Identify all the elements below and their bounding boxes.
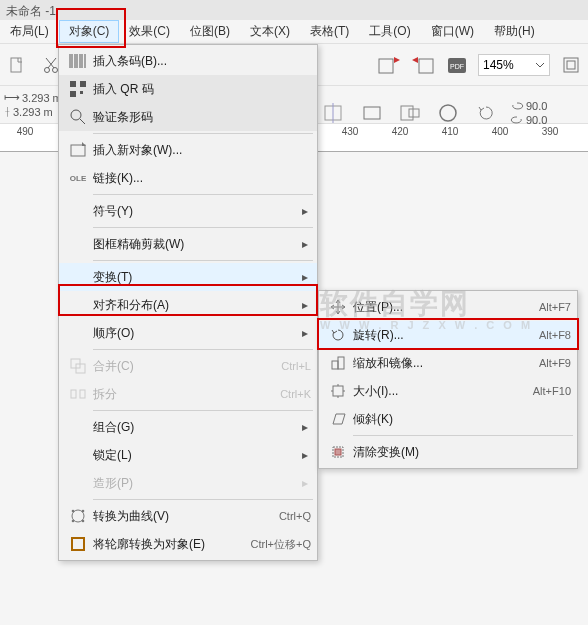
rotate-icon — [323, 327, 353, 343]
submenu-rotate[interactable]: 旋转(R)... Alt+F8 — [319, 321, 577, 349]
menu-transform[interactable]: 变换(T) ▸ — [59, 263, 317, 291]
svg-rect-19 — [71, 145, 85, 156]
menu-separator — [93, 349, 313, 350]
clear-transform-icon — [323, 444, 353, 460]
svg-rect-31 — [338, 357, 344, 369]
snap-icon[interactable] — [558, 52, 584, 78]
svg-rect-23 — [80, 390, 85, 398]
menu-bar: 布局(L) 对象(C) 效果(C) 位图(B) 文本(X) 表格(T) 工具(O… — [0, 20, 588, 44]
export-icon[interactable] — [410, 52, 436, 78]
svg-rect-17 — [80, 91, 83, 94]
menu-window[interactable]: 窗口(W) — [421, 20, 484, 43]
height-icon: ⟊ — [4, 105, 11, 118]
svg-rect-0 — [11, 58, 21, 72]
rectangle-icon[interactable] — [358, 101, 386, 125]
menu-combine: 合并(C) Ctrl+L — [59, 352, 317, 380]
skew-icon — [323, 411, 353, 427]
menu-separator — [93, 133, 313, 134]
svg-rect-8 — [567, 61, 575, 69]
menu-separator — [93, 194, 313, 195]
transform-submenu: 位置(P)... Alt+F7 旋转(R)... Alt+F8 缩放和镜像...… — [318, 290, 578, 469]
svg-rect-30 — [332, 361, 338, 369]
import-icon[interactable] — [376, 52, 402, 78]
svg-point-25 — [72, 510, 75, 513]
menu-help[interactable]: 帮助(H) — [484, 20, 545, 43]
svg-rect-32 — [333, 386, 343, 396]
svg-point-13 — [440, 105, 456, 121]
menu-outline-to-object[interactable]: 将轮廓转换为对象(E) Ctrl+位移+Q — [59, 530, 317, 558]
svg-rect-22 — [71, 390, 76, 398]
svg-rect-11 — [401, 106, 413, 120]
outline-object-icon — [63, 536, 93, 552]
menu-validate-barcode[interactable]: 验证条形码 — [59, 103, 317, 131]
submenu-arrow-icon: ▸ — [299, 205, 311, 217]
menu-insert-qr[interactable]: 插入 QR 码 — [59, 75, 317, 103]
chevron-down-icon[interactable] — [535, 60, 545, 70]
submenu-arrow-icon: ▸ — [299, 327, 311, 339]
svg-rect-34 — [335, 449, 341, 455]
svg-point-28 — [82, 520, 85, 523]
svg-rect-7 — [564, 58, 578, 72]
menu-align[interactable]: 对齐和分布(A) ▸ — [59, 291, 317, 319]
menu-lock[interactable]: 锁定(L) ▸ — [59, 441, 317, 469]
menu-object[interactable]: 对象(C) — [59, 20, 120, 43]
wrap-icon[interactable] — [396, 101, 424, 125]
menu-bitmap[interactable]: 位图(B) — [180, 20, 240, 43]
menu-link[interactable]: OLE 链接(K)... — [59, 164, 317, 192]
submenu-skew[interactable]: 倾斜(K) — [319, 405, 577, 433]
qr-icon — [63, 81, 93, 97]
svg-rect-12 — [409, 109, 419, 117]
svg-rect-14 — [70, 81, 76, 87]
ellipse-icon[interactable] — [434, 101, 462, 125]
submenu-arrow-icon: ▸ — [299, 299, 311, 311]
property-bar-right: 90.0 90.0 — [320, 100, 547, 126]
menu-separator — [93, 260, 313, 261]
svg-point-27 — [72, 520, 75, 523]
menu-insert-barcode[interactable]: 插入条码(B)... — [59, 47, 317, 75]
refresh-icon[interactable] — [472, 101, 500, 125]
menu-separator — [93, 499, 313, 500]
zoom-combo[interactable] — [478, 54, 550, 76]
menu-separator — [93, 410, 313, 411]
svg-point-2 — [53, 67, 58, 72]
menu-shape: 造形(P) ▸ — [59, 469, 317, 497]
svg-point-1 — [45, 67, 50, 72]
barcode-icon — [63, 53, 93, 69]
menu-symbol[interactable]: 符号(Y) ▸ — [59, 197, 317, 225]
object-dropdown: 插入条码(B)... 插入 QR 码 验证条形码 插入新对象(W)... OLE… — [58, 44, 318, 561]
angle-y: 90.0 — [526, 114, 547, 126]
menu-separator — [353, 435, 573, 436]
menu-text[interactable]: 文本(X) — [240, 20, 300, 43]
svg-rect-29 — [72, 538, 84, 550]
svg-rect-4 — [419, 59, 433, 73]
submenu-arrow-icon: ▸ — [299, 477, 311, 489]
scale-icon — [323, 355, 353, 371]
zoom-input[interactable] — [483, 58, 535, 72]
svg-point-18 — [71, 110, 81, 120]
title-text: 未命名 -1 — [6, 4, 56, 18]
submenu-arrow-icon: ▸ — [299, 238, 311, 250]
title-bar: 未命名 -1 — [0, 0, 588, 20]
submenu-arrow-icon: ▸ — [299, 271, 311, 283]
submenu-size[interactable]: 大小(I)... Alt+F10 — [319, 377, 577, 405]
publish-pdf-icon[interactable]: PDF — [444, 52, 470, 78]
ole-icon: OLE — [63, 174, 93, 183]
menu-tables[interactable]: 表格(T) — [300, 20, 359, 43]
submenu-position[interactable]: 位置(P)... Alt+F7 — [319, 293, 577, 321]
menu-insert-new-object[interactable]: 插入新对象(W)... — [59, 136, 317, 164]
menu-group[interactable]: 组合(G) ▸ — [59, 413, 317, 441]
svg-rect-16 — [70, 91, 76, 97]
svg-rect-3 — [379, 59, 393, 73]
menu-order[interactable]: 顺序(O) ▸ — [59, 319, 317, 347]
new-doc-icon[interactable] — [4, 52, 30, 78]
submenu-scale-mirror[interactable]: 缩放和镜像... Alt+F9 — [319, 349, 577, 377]
dimension-readout: ⟼3.293 m ⟊3.293 m — [4, 91, 64, 118]
menu-precise-crop[interactable]: 图框精确剪裁(W) ▸ — [59, 230, 317, 258]
menu-layout[interactable]: 布局(L) — [0, 20, 59, 43]
menu-effects[interactable]: 效果(C) — [119, 20, 180, 43]
menu-tools[interactable]: 工具(O) — [359, 20, 420, 43]
svg-rect-15 — [80, 81, 86, 87]
menu-convert-to-curve[interactable]: 转换为曲线(V) Ctrl+Q — [59, 502, 317, 530]
submenu-clear-transform[interactable]: 清除变换(M) — [319, 438, 577, 466]
guideline-icon[interactable] — [320, 101, 348, 125]
